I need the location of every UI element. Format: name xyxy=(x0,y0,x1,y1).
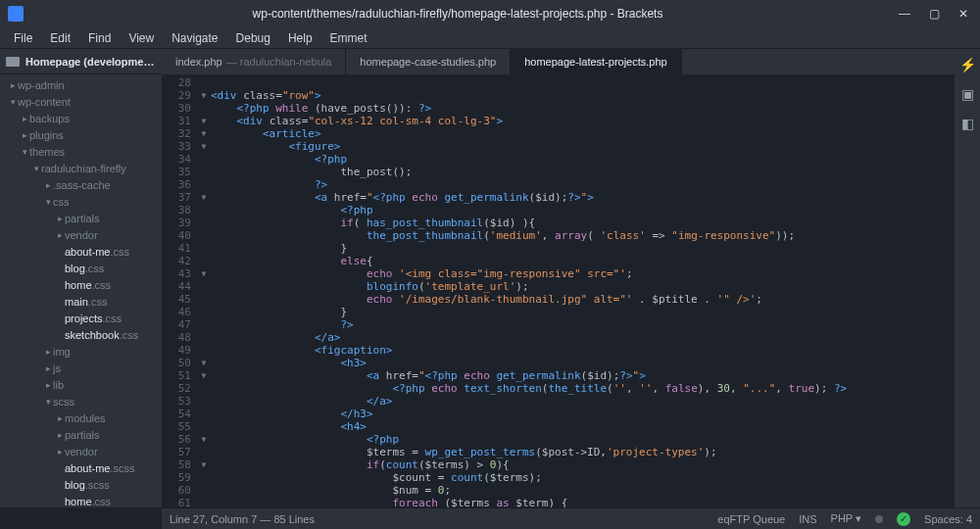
tree-item[interactable]: blog.scss xyxy=(0,476,162,493)
menu-view[interactable]: View xyxy=(121,29,162,47)
menu-edit[interactable]: Edit xyxy=(42,29,78,47)
tree-item[interactable]: about-me.css xyxy=(0,243,162,260)
tree-item[interactable]: ▸modules xyxy=(0,409,162,426)
language-mode[interactable]: PHP ▾ xyxy=(831,512,861,525)
right-toolbar: ⚡ ▣ ◧ xyxy=(955,49,980,507)
tree-item[interactable]: ▸plugins xyxy=(0,126,162,143)
file-tree: ▸wp-admin▾wp-content▸backups▸plugins▾the… xyxy=(0,74,162,507)
lint-ok-icon[interactable]: ✓ xyxy=(897,512,910,526)
tree-item[interactable]: main.css xyxy=(0,293,162,310)
tab-bar: index.php— raduluchian-nebulahomepage-ca… xyxy=(162,49,955,74)
tab[interactable]: index.php— raduluchian-nebula xyxy=(162,49,346,74)
tree-item[interactable]: ▸js xyxy=(0,360,162,376)
menu-find[interactable]: Find xyxy=(80,29,119,47)
close-icon[interactable]: ✕ xyxy=(951,4,976,24)
indent-mode[interactable]: Spaces: 4 xyxy=(924,513,972,525)
tree-item[interactable]: blog.css xyxy=(0,260,162,276)
tree-item[interactable]: ▾wp-content xyxy=(0,93,162,110)
maximize-icon[interactable]: ▢ xyxy=(921,4,947,24)
live-preview-icon[interactable]: ⚡ xyxy=(959,57,975,72)
sidebar: Homepage (development) Dev ▸wp-admin▾wp-… xyxy=(0,49,162,507)
project-header[interactable]: Homepage (development) Dev xyxy=(0,49,162,74)
cursor-position[interactable]: Line 27, Column 7 — 85 Lines xyxy=(170,513,315,525)
insert-mode[interactable]: INS xyxy=(799,513,816,525)
tree-item[interactable]: ▾scss xyxy=(0,393,162,409)
tree-item[interactable]: ▾themes xyxy=(0,143,162,160)
menu-debug[interactable]: Debug xyxy=(228,29,278,47)
tree-item[interactable]: ▸lib xyxy=(0,376,162,393)
tree-item[interactable]: ▸backups xyxy=(0,110,162,126)
menu-help[interactable]: Help xyxy=(280,29,320,47)
gutter: 2829303132333435363738394041424344454647… xyxy=(162,74,197,507)
tree-item[interactable]: ▸vendor xyxy=(0,226,162,243)
panel-icon[interactable]: ◧ xyxy=(959,116,975,131)
tree-item[interactable]: projects.css xyxy=(0,310,162,326)
tree-item[interactable]: ▸img xyxy=(0,343,162,360)
menu-file[interactable]: File xyxy=(6,29,40,47)
code-editor[interactable]: 2829303132333435363738394041424344454647… xyxy=(162,74,955,507)
tree-item[interactable]: ▸wp-admin xyxy=(0,76,162,93)
tree-item[interactable]: ▾raduluchian-firefly xyxy=(0,160,162,176)
status-dot-icon xyxy=(875,515,883,523)
tree-item[interactable]: ▸.sass-cache xyxy=(0,176,162,193)
app-icon xyxy=(8,6,24,22)
tree-item[interactable]: ▸partials xyxy=(0,426,162,443)
folder-icon xyxy=(6,57,20,67)
menu-navigate[interactable]: Navigate xyxy=(164,29,225,47)
eqftp-queue[interactable]: eqFTP Queue xyxy=(717,513,785,525)
tree-item[interactable]: ▾css xyxy=(0,193,162,210)
tree-item[interactable]: about-me.scss xyxy=(0,459,162,476)
window-title: wp-content/themes/raduluchian-firefly/ho… xyxy=(24,7,892,21)
fold-column[interactable]: ▼▼▼▼▼▼▼▼▼▼▼ xyxy=(197,74,211,507)
tree-item[interactable]: ▸vendor xyxy=(0,443,162,459)
extension-icon[interactable]: ▣ xyxy=(959,86,975,102)
minimize-icon[interactable]: — xyxy=(892,4,917,24)
tree-item[interactable]: home.css xyxy=(0,276,162,293)
tree-item[interactable]: ▸partials xyxy=(0,210,162,226)
tab[interactable]: homepage-case-studies.php xyxy=(346,49,511,74)
tree-item[interactable]: home.css xyxy=(0,493,162,507)
tree-item[interactable]: sketchbook.css xyxy=(0,326,162,343)
tab[interactable]: homepage-latest-projects.php xyxy=(511,49,682,74)
menubar: FileEditFindViewNavigateDebugHelpEmmet xyxy=(0,27,980,49)
status-bar: Line 27, Column 7 — 85 Lines eqFTP Queue… xyxy=(162,507,980,529)
project-name: Homepage (development) xyxy=(25,56,156,68)
menu-emmet[interactable]: Emmet xyxy=(322,29,375,47)
code-lines[interactable]: <div class="row"> <?php while (have_post… xyxy=(211,74,955,507)
